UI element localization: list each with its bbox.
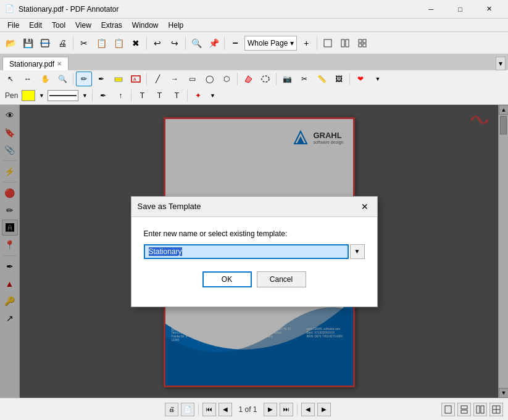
svg-rect-8 — [363, 44, 366, 47]
view-grid-btn[interactable] — [489, 403, 503, 416]
main-toolbar: 📂 💾 🖨 ✂ 📋 📋 ✖ ↩ ↪ 🔍 📌 − Whole Page ▾ + — [0, 32, 508, 54]
calligraphy-btn2[interactable]: ✒ — [95, 88, 111, 103]
minimize-button[interactable]: ─ — [417, 3, 445, 15]
move-tool[interactable]: ↔ — [20, 72, 36, 86]
ellipse-tool[interactable]: ◯ — [201, 72, 217, 86]
svg-rect-2 — [324, 39, 331, 47]
pen-tool[interactable]: ✏ — [76, 72, 92, 86]
maximize-button[interactable]: □ — [446, 3, 474, 15]
arrow-tool[interactable]: → — [167, 72, 183, 86]
menu-tool[interactable]: Tool — [47, 19, 70, 32]
annot-sep-3 — [237, 73, 238, 85]
zoom-tool[interactable]: 🔍 — [54, 72, 70, 86]
open-button[interactable]: 📂 — [2, 35, 19, 51]
textbox-tool[interactable]: A — [128, 72, 144, 86]
template-dropdown-button[interactable]: ▼ — [350, 244, 365, 259]
color-dropdown[interactable]: ▼ — [36, 88, 46, 103]
calligraphy-tool[interactable]: ✒ — [93, 72, 109, 86]
symbol-dropdown2[interactable]: ▼ — [207, 88, 217, 103]
dialog-label: Enter new name or select existing templa… — [144, 229, 365, 238]
first-page-button[interactable]: ⏮ — [202, 403, 216, 416]
annot-row-2: Pen ▼ ▼ ✒ ↑ T T T ✦ ▼ — [2, 88, 506, 104]
menu-window[interactable]: Window — [127, 19, 164, 32]
redo-button[interactable]: ↪ — [167, 35, 183, 51]
svg-rect-4 — [346, 39, 349, 47]
text-align-l[interactable]: T — [134, 88, 150, 103]
prev-page-button[interactable]: ◀ — [219, 403, 232, 416]
app-title: Stationary.pdf - PDF Annotator — [19, 5, 417, 14]
zoom-box: Whole Page ▾ — [244, 36, 297, 51]
view-btn-3[interactable] — [354, 35, 370, 51]
select-tool[interactable]: ↖ — [2, 72, 19, 86]
cut-button[interactable]: ✂ — [76, 35, 92, 51]
dialog-input-row: ▼ — [144, 244, 365, 259]
zoom-out-button[interactable]: − — [227, 35, 243, 51]
copy-button[interactable]: 📋 — [93, 35, 109, 51]
line-style-dropdown[interactable]: ▼ — [80, 88, 90, 103]
close-button[interactable]: ✕ — [475, 3, 503, 15]
print-button[interactable]: 🖨 — [54, 35, 70, 51]
tab-stationary[interactable]: Stationary.pdf ✕ — [2, 57, 69, 70]
rect-tool[interactable]: ▭ — [184, 72, 200, 86]
image-tool[interactable]: 🖼 — [331, 72, 347, 86]
color-swatch[interactable] — [22, 90, 35, 101]
highlight-tool[interactable] — [110, 72, 127, 86]
text-align-c[interactable]: T — [151, 88, 167, 103]
history-back-button[interactable]: ◀ — [301, 403, 315, 416]
stamp-dropdown[interactable]: ▼ — [370, 72, 386, 86]
scan-button[interactable] — [37, 35, 53, 51]
text-align-r[interactable]: T — [169, 88, 185, 103]
zoom-in-button[interactable]: + — [298, 35, 314, 51]
tab-close-icon[interactable]: ✕ — [57, 60, 62, 67]
undo-button[interactable]: ↩ — [149, 35, 165, 51]
line-style-selector[interactable] — [48, 90, 78, 101]
nav-sep — [198, 403, 199, 416]
symbol-btn[interactable]: ✦ — [190, 88, 206, 103]
tab-scroll-btn[interactable]: ▾ — [496, 57, 506, 70]
zoom-dropdown[interactable]: ▾ — [290, 39, 294, 47]
page-navigation: 🖨 📄 ⏮ ◀ 1 of 1 ▶ ⏭ ◀ ▶ — [165, 403, 330, 416]
lasso-tool[interactable] — [257, 72, 273, 86]
stamp-tool[interactable]: ❤ — [352, 72, 369, 86]
toolbar-separator-2 — [146, 36, 147, 50]
pen-up-btn[interactable]: ↑ — [112, 88, 128, 103]
bookmark-button[interactable]: 📌 — [206, 35, 222, 51]
measure-tool[interactable]: 📏 — [314, 72, 330, 86]
eraser-tool[interactable] — [240, 72, 256, 86]
svg-marker-13 — [245, 76, 252, 83]
pen-label: Pen — [2, 91, 20, 100]
page-indicator: 1 of 1 — [235, 405, 260, 414]
paste-button[interactable]: 📋 — [110, 35, 127, 51]
dialog-close-button[interactable]: ✕ — [359, 200, 371, 213]
dialog-title: Save as Template — [138, 202, 201, 211]
svg-rect-20 — [477, 406, 480, 413]
find-button[interactable]: 🔍 — [188, 35, 204, 51]
template-name-input[interactable] — [144, 244, 349, 259]
next-page-button[interactable]: ▶ — [264, 403, 277, 416]
menu-view[interactable]: View — [70, 19, 96, 32]
line-tool[interactable]: ╱ — [149, 72, 165, 86]
svg-rect-7 — [359, 44, 362, 47]
menu-file[interactable]: File — [2, 19, 24, 32]
view-btn-2[interactable] — [337, 35, 353, 51]
menu-extras[interactable]: Extras — [96, 19, 127, 32]
cancel-button[interactable]: Cancel — [257, 271, 306, 287]
menu-edit[interactable]: Edit — [24, 19, 47, 32]
crop-tool[interactable]: ✂ — [296, 72, 312, 86]
screenshot-tool[interactable]: 📷 — [279, 72, 295, 86]
history-fwd-button[interactable]: ▶ — [317, 403, 331, 416]
delete-button[interactable]: ✖ — [128, 35, 144, 51]
view-double-btn[interactable] — [473, 403, 487, 416]
last-page-button[interactable]: ⏭ — [280, 403, 293, 416]
view-single-btn[interactable] — [441, 403, 455, 416]
print2-nav-btn[interactable]: 📄 — [181, 403, 194, 416]
view-continuous-btn[interactable] — [457, 403, 471, 416]
polygon-tool[interactable]: ⬡ — [219, 72, 235, 86]
ok-button[interactable]: OK — [202, 271, 252, 287]
view-btn-1[interactable] — [320, 35, 336, 51]
save-button[interactable]: 💾 — [20, 35, 36, 51]
menu-help[interactable]: Help — [164, 19, 189, 32]
print-nav-btn[interactable]: 🖨 — [165, 403, 178, 416]
annotation-toolbar: ↖ ↔ ✋ 🔍 ✏ ✒ A ╱ → ▭ ◯ ⬡ 📷 ✂ 📏 🖼 ❤ ▼ — [0, 70, 508, 105]
hand-tool[interactable]: ✋ — [37, 72, 53, 86]
